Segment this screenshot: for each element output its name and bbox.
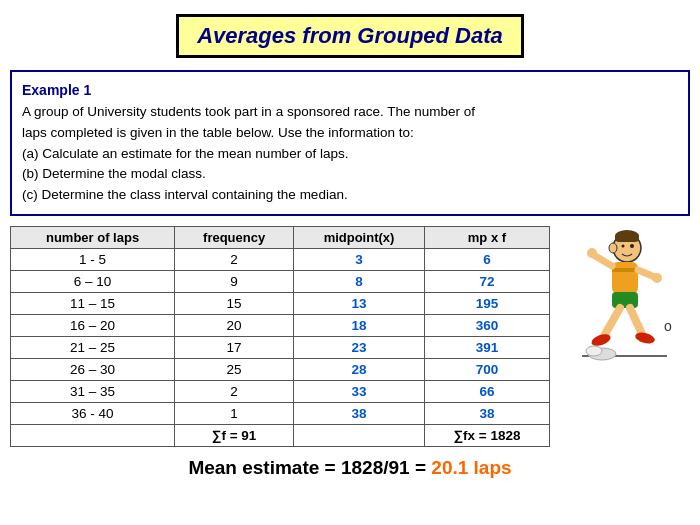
cell-laps: 1 - 5 [11, 249, 175, 271]
svg-rect-2 [615, 234, 639, 242]
table-area: number of laps frequency midpoint(x) mp … [10, 226, 690, 447]
cell-freq: 25 [175, 359, 294, 381]
cell-midpoint: 28 [294, 359, 425, 381]
svg-line-15 [630, 308, 642, 334]
table-row: 6 – 109872 [11, 271, 550, 293]
table-sum-row: ∑f = 91∑fx = 1828 [11, 425, 550, 447]
example-label: Example 1 [22, 80, 678, 102]
sum-empty1 [11, 425, 175, 447]
runner-illustration: o [552, 226, 682, 386]
example-text3: (a) Calculate an estimate for the mean n… [22, 144, 678, 165]
svg-point-4 [622, 245, 625, 248]
title-container: Averages from Grouped Data [0, 14, 700, 58]
cell-mpf: 360 [424, 315, 549, 337]
cell-midpoint: 8 [294, 271, 425, 293]
svg-point-5 [609, 243, 617, 253]
page-title: Averages from Grouped Data [176, 14, 524, 58]
cell-midpoint: 3 [294, 249, 425, 271]
example-text2: laps completed is given in the table bel… [22, 123, 678, 144]
table-row: 11 – 151513195 [11, 293, 550, 315]
svg-text:o: o [664, 318, 672, 334]
mean-estimate-value: 20.1 laps [431, 457, 511, 478]
table-row: 31 – 3523366 [11, 381, 550, 403]
table-row: 36 - 4013838 [11, 403, 550, 425]
cell-freq: 20 [175, 315, 294, 337]
cell-laps: 11 – 15 [11, 293, 175, 315]
svg-point-9 [587, 248, 597, 258]
svg-line-13 [604, 308, 620, 336]
mean-estimate-line: Mean estimate = 1828/91 = 20.1 laps [0, 457, 700, 479]
table-row: 26 – 302528700 [11, 359, 550, 381]
cell-mpf: 195 [424, 293, 549, 315]
cell-midpoint: 18 [294, 315, 425, 337]
svg-point-19 [586, 346, 602, 356]
table-header-row: number of laps frequency midpoint(x) mp … [11, 227, 550, 249]
cell-freq: 17 [175, 337, 294, 359]
cell-mpf: 700 [424, 359, 549, 381]
cell-laps: 31 – 35 [11, 381, 175, 403]
cell-midpoint: 38 [294, 403, 425, 425]
col-mpf-header: mp x f [424, 227, 549, 249]
cell-laps: 36 - 40 [11, 403, 175, 425]
svg-rect-6 [612, 262, 638, 294]
cell-laps: 16 – 20 [11, 315, 175, 337]
svg-point-11 [652, 273, 662, 283]
cell-freq: 9 [175, 271, 294, 293]
sum-mpf: ∑fx = 1828 [424, 425, 549, 447]
cell-mpf: 6 [424, 249, 549, 271]
example-text1: A group of University students took part… [22, 102, 678, 123]
sum-freq: ∑f = 91 [175, 425, 294, 447]
table-row: 21 – 251723391 [11, 337, 550, 359]
cell-midpoint: 13 [294, 293, 425, 315]
cell-freq: 2 [175, 249, 294, 271]
example-box: Example 1 A group of University students… [10, 70, 690, 216]
cell-midpoint: 23 [294, 337, 425, 359]
cell-freq: 15 [175, 293, 294, 315]
table-row: 16 – 202018360 [11, 315, 550, 337]
example-text4: (b) Determine the modal class. [22, 164, 678, 185]
cell-midpoint: 33 [294, 381, 425, 403]
col-mid-header: midpoint(x) [294, 227, 425, 249]
cell-laps: 21 – 25 [11, 337, 175, 359]
mean-estimate-prefix: Mean estimate = 1828/91 = [188, 457, 431, 478]
cell-mpf: 391 [424, 337, 549, 359]
example-text5: (c) Determine the class interval contain… [22, 185, 678, 206]
sum-empty2 [294, 425, 425, 447]
table-row: 1 - 5236 [11, 249, 550, 271]
cell-mpf: 38 [424, 403, 549, 425]
col-laps-header: number of laps [11, 227, 175, 249]
cell-laps: 6 – 10 [11, 271, 175, 293]
cell-mpf: 66 [424, 381, 549, 403]
cell-mpf: 72 [424, 271, 549, 293]
cell-freq: 2 [175, 381, 294, 403]
svg-rect-12 [612, 292, 638, 308]
cell-freq: 1 [175, 403, 294, 425]
svg-rect-7 [612, 268, 638, 272]
col-freq-header: frequency [175, 227, 294, 249]
data-table: number of laps frequency midpoint(x) mp … [10, 226, 550, 447]
cell-laps: 26 – 30 [11, 359, 175, 381]
svg-point-3 [630, 244, 634, 248]
